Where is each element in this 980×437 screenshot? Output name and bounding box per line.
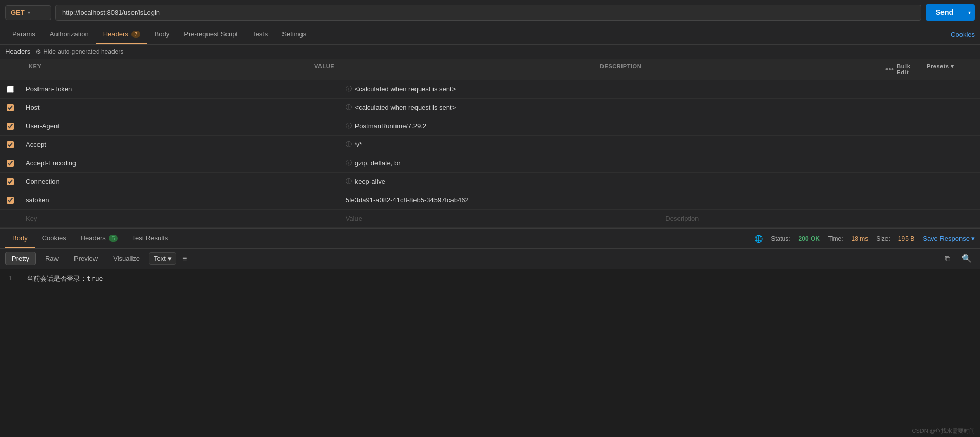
col-key: KEY [26,61,311,78]
line-number: 1 [8,274,18,283]
tab-body[interactable]: Body [147,25,177,44]
size-label: Size: [876,235,890,242]
row-key: satoken [21,192,341,208]
row-checkbox-cell[interactable] [0,160,21,167]
format-tab-preview[interactable]: Preview [68,252,104,265]
row-checkbox-cell[interactable] [0,86,21,93]
col-presets[interactable]: Presets ▾ [924,61,975,78]
row-checkbox[interactable] [7,197,14,204]
watermark: CSDN @鱼找水需要时间 [0,425,980,437]
tab-tests[interactable]: Tests [245,25,275,44]
send-arrow-button[interactable]: ▾ [964,4,975,21]
send-btn-group: Send ▾ [926,4,975,21]
search-icon[interactable]: 🔍 [958,253,975,264]
more-options-icon[interactable]: ••• [885,65,894,73]
row-desc-placeholder[interactable]: Description [660,211,980,226]
headers-badge: 7 [131,31,140,38]
method-dropdown[interactable]: GET ▾ [5,5,51,20]
headers-sub-bar: Headers ⚙ Hide auto-generated headers [0,45,980,59]
table-row: satoken 5fe3da91-a082-41c8-8eb5-34597fca… [0,191,980,210]
status-label: Status: [771,235,790,242]
response-tabs-bar: Body Cookies Headers 5 Test Results 🌐 St… [0,229,980,249]
info-icon[interactable]: ⓘ [346,140,352,149]
row-value: ⓘ <calculated when request is sent> [341,99,661,116]
info-icon[interactable]: ⓘ [346,159,352,167]
row-value: ⓘ */* [341,136,661,153]
row-value: ⓘ <calculated when request is sent> [341,81,661,98]
col-description: DESCRIPTION [597,61,882,78]
globe-icon: 🌐 [754,235,763,243]
url-input[interactable] [55,5,921,21]
tab-authorization[interactable]: Authorization [43,25,96,44]
col-value: VALUE [311,61,597,78]
info-icon[interactable]: ⓘ [346,103,352,112]
headers-sub-label: Headers [5,48,30,55]
row-checkbox[interactable] [7,104,14,111]
response-tab-headers[interactable]: Headers 5 [73,229,125,248]
tab-headers[interactable]: Headers 7 [96,25,147,44]
hide-auto-headers-btn[interactable]: ⚙ Hide auto-generated headers [35,48,123,55]
row-value-placeholder[interactable]: Value [341,211,661,226]
save-response-button[interactable]: Save Response ▾ [922,235,975,242]
cookies-link[interactable]: Cookies [951,26,975,44]
format-select[interactable]: Text ▾ [149,252,176,265]
row-checkbox[interactable] [7,123,14,130]
format-tab-visualize[interactable]: Visualize [107,252,146,265]
table-row: Postman-Token ⓘ <calculated when request… [0,80,980,99]
code-content: 当前会话是否登录：true [27,274,103,283]
status-code: 200 OK [799,235,820,242]
time-label: Time: [828,235,843,242]
row-description [660,122,980,130]
row-checkbox-cell[interactable] [0,178,21,185]
col-bulk-edit: ••• Bulk Edit [882,61,924,78]
request-tabs-bar: Params Authorization Headers 7 Body Pre-… [0,25,980,45]
row-key: Accept-Encoding [21,155,341,171]
table-row: User-Agent ⓘ PostmanRuntime/7.29.2 [0,117,980,136]
info-icon[interactable]: ⓘ [346,177,352,186]
row-checkbox[interactable] [7,86,14,93]
table-row: Connection ⓘ keep-alive [0,173,980,191]
row-description [660,178,980,186]
response-tab-test-results[interactable]: Test Results [125,229,176,248]
info-icon[interactable]: ⓘ [346,85,352,93]
row-checkbox-cell[interactable] [0,104,21,111]
row-description [660,196,980,204]
info-icon[interactable]: ⓘ [346,122,352,130]
row-key: Postman-Token [21,81,341,97]
table-row: Accept-Encoding ⓘ gzip, deflate, br [0,154,980,173]
row-checkbox[interactable] [7,178,14,185]
code-line: 1 当前会话是否登录：true [8,274,972,283]
row-value: ⓘ keep-alive [341,173,661,190]
row-checkbox[interactable] [7,141,14,148]
response-tab-body[interactable]: Body [5,229,35,248]
hide-label: Hide auto-generated headers [43,48,123,55]
row-key: User-Agent [21,118,341,134]
row-description [660,159,980,167]
row-key-placeholder[interactable]: Key [21,211,341,226]
row-checkbox-cell[interactable] [0,197,21,204]
table-row-placeholder: Key Value Description [0,210,980,228]
tab-settings[interactable]: Settings [275,25,313,44]
tab-params[interactable]: Params [5,25,43,44]
wrap-icon[interactable]: ≡ [179,253,190,264]
send-button[interactable]: Send [926,4,964,21]
response-headers-badge: 5 [109,235,117,242]
response-status-area: 🌐 Status: 200 OK Time: 18 ms Size: 195 B… [754,235,975,243]
copy-icon[interactable]: ⧉ [941,253,953,264]
row-checkbox[interactable] [7,160,14,167]
row-checkbox-cell[interactable] [0,141,21,148]
table-header-row: KEY VALUE DESCRIPTION ••• Bulk Edit Pres… [0,59,980,80]
method-label: GET [11,9,25,16]
tab-pre-request[interactable]: Pre-request Script [177,25,245,44]
row-key: Accept [21,137,341,153]
row-description [660,141,980,149]
code-area: 1 当前会话是否登录：true [0,269,980,425]
top-bar: GET ▾ Send ▾ [0,0,980,25]
format-tab-raw[interactable]: Raw [39,252,65,265]
format-bar: Pretty Raw Preview Visualize Text ▾ ≡ ⧉ … [0,249,980,269]
format-select-chevron-icon: ▾ [168,255,172,262]
response-tab-cookies[interactable]: Cookies [35,229,73,248]
row-checkbox-cell[interactable] [0,123,21,130]
row-key: Connection [21,174,341,189]
format-tab-pretty[interactable]: Pretty [5,252,36,265]
